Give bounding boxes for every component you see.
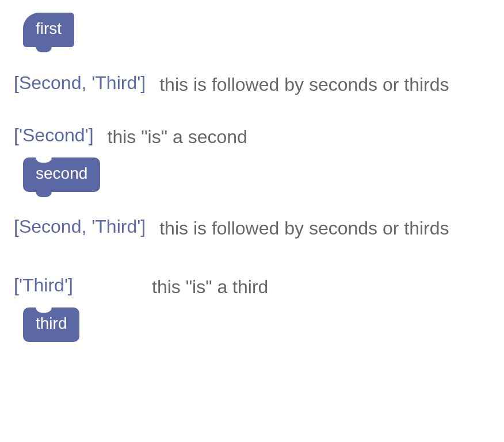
desc-b: this "is" a second	[108, 125, 247, 149]
row-second-third-1: [Second, 'Third'] this is followed by se…	[14, 72, 504, 97]
category-list-a: [Second, 'Third']	[14, 72, 146, 94]
desc-c: this is followed by seconds or thirds	[159, 216, 449, 241]
category-list-c: [Second, 'Third']	[14, 216, 146, 237]
block-first[interactable]: first	[23, 13, 74, 47]
workspace: first [Second, 'Third'] this is followed…	[0, 13, 504, 442]
block-first-label: first	[36, 20, 62, 37]
block-third-label: third	[36, 314, 67, 332]
row-third-only: ['Third'] this "is" a third	[14, 275, 504, 299]
block-second[interactable]: second	[23, 157, 100, 192]
block-third[interactable]: third	[23, 308, 79, 342]
row-second-only: ['Second'] this "is" a second	[14, 125, 504, 149]
desc-d: this "is" a third	[152, 275, 268, 299]
category-list-d: ['Third']	[14, 275, 117, 296]
category-list-b: ['Second']	[14, 125, 94, 146]
desc-a: this is followed by seconds or thirds	[159, 72, 449, 97]
block-second-label: second	[36, 164, 87, 182]
row-second-third-2: [Second, 'Third'] this is followed by se…	[14, 216, 504, 241]
